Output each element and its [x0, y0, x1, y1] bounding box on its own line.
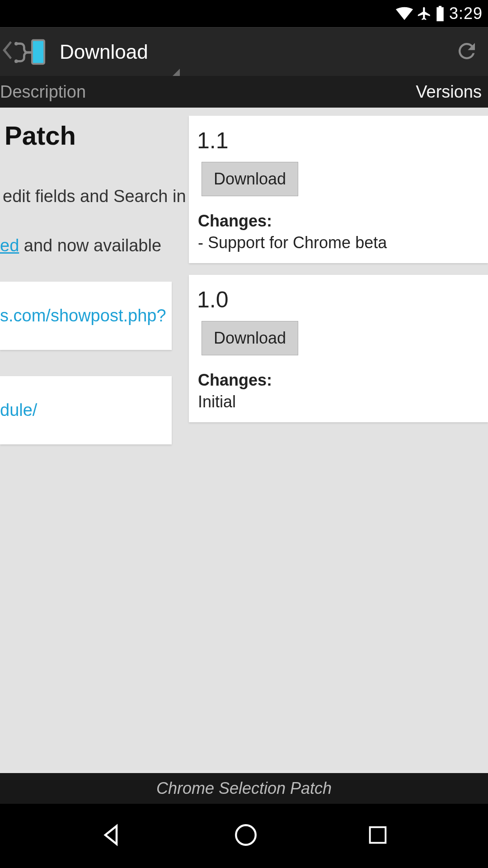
screen: 3:29 Download Description Versions	[0, 0, 488, 868]
module-title: Patch	[0, 120, 172, 151]
description-link-card-2[interactable]: dule/	[0, 376, 172, 444]
refresh-icon[interactable]	[455, 39, 479, 65]
download-button[interactable]: Download	[202, 321, 298, 355]
back-icon[interactable]	[3, 40, 14, 64]
version-number: 1.0	[197, 287, 479, 313]
tab-description[interactable]: Description	[0, 82, 86, 102]
description-text-2: ed and now available	[0, 206, 172, 255]
status-time: 3:29	[449, 4, 483, 23]
content-area[interactable]: Patch edit fields and Search in ed and n…	[0, 108, 488, 773]
battery-icon	[436, 6, 445, 21]
version-number: 1.1	[197, 127, 479, 154]
svg-rect-4	[370, 827, 385, 843]
action-bar: Download	[0, 27, 488, 76]
svg-point-2	[14, 59, 18, 63]
versions-column: 1.1 Download Changes: - Support for Chro…	[189, 108, 488, 434]
description-text-1: edit fields and Search in	[0, 151, 172, 206]
download-button[interactable]: Download	[202, 162, 298, 196]
title-spinner[interactable]: Download	[60, 41, 180, 63]
navigation-bar	[0, 804, 488, 868]
tab-bar: Description Versions	[0, 76, 488, 108]
version-card: 1.0 Download Changes: Initial	[189, 275, 488, 422]
link-fragment[interactable]: ed	[0, 236, 19, 255]
status-bar: 3:29	[0, 0, 488, 27]
action-bar-title: Download	[60, 41, 148, 63]
svg-point-3	[236, 825, 256, 845]
module-name-footer: Chrome Selection Patch	[0, 773, 488, 804]
airplane-mode-icon	[417, 6, 432, 21]
nav-home-icon[interactable]	[233, 822, 259, 850]
tab-versions[interactable]: Versions	[416, 82, 482, 102]
wifi-icon	[396, 7, 413, 20]
nav-back-icon[interactable]	[99, 821, 126, 850]
xposed-logo-icon[interactable]	[14, 36, 46, 68]
svg-rect-0	[32, 40, 44, 64]
description-text-2-rest: and now available	[19, 236, 161, 255]
description-link-card-1[interactable]: s.com/showpost.php?	[0, 282, 172, 350]
description-column: Patch edit fields and Search in ed and n…	[0, 108, 172, 454]
nav-recent-icon[interactable]	[366, 823, 389, 849]
svg-point-1	[14, 42, 18, 45]
changes-text: - Support for Chrome beta	[198, 233, 479, 252]
changes-label: Changes:	[198, 371, 479, 390]
changes-text: Initial	[198, 392, 479, 411]
version-card: 1.1 Download Changes: - Support for Chro…	[189, 116, 488, 263]
changes-label: Changes:	[198, 212, 479, 231]
